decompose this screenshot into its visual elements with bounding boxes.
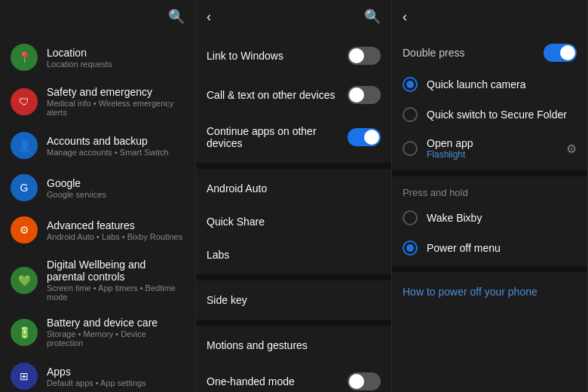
settings-panel: 🔍 📍 Location Location requests 🛡 Safety …: [0, 0, 196, 392]
settings-item-subtitle: Location requests: [47, 60, 185, 69]
gear-icon[interactable]: ⚙: [566, 142, 577, 156]
settings-item-subtitle: Storage • Memory • Device protection: [47, 329, 185, 348]
settings-icon-battery: 🔋: [11, 319, 38, 346]
toggle-call-text[interactable]: [348, 86, 381, 104]
search-icon-2[interactable]: 🔍: [364, 8, 381, 25]
radio-label-camera: Quick launch camera: [427, 78, 577, 90]
section-divider-2: [392, 170, 587, 176]
settings-item-title: Battery and device care: [47, 317, 185, 329]
radio-circle-camera[interactable]: [403, 77, 418, 92]
settings-header: 🔍: [0, 0, 195, 33]
section-divider: [196, 163, 391, 169]
radio-label-open-app: Open app: [427, 137, 566, 149]
settings-icon-safety: 🛡: [11, 88, 38, 115]
radio-circle-secure[interactable]: [403, 107, 418, 122]
settings-list: 📍 Location Location requests 🛡 Safety an…: [0, 33, 195, 392]
search-icon[interactable]: 🔍: [168, 8, 185, 25]
back-icon[interactable]: ‹: [207, 9, 211, 25]
feature-label-motions: Motions and gestures: [207, 339, 308, 351]
feature-label-android-auto: Android Auto: [207, 182, 267, 194]
feature-item-side-key[interactable]: Side key: [196, 283, 391, 317]
settings-icon-wellbeing: 💚: [11, 267, 38, 294]
sidebar-item-google[interactable]: G Google Google services: [0, 167, 195, 209]
section-divider: [196, 274, 391, 280]
settings-item-title: Google: [47, 177, 185, 189]
settings-icon-google: G: [11, 174, 38, 201]
section-divider-3: [392, 266, 587, 272]
feature-item-link-windows[interactable]: Link to Windows: [196, 36, 391, 75]
feature-item-call-text[interactable]: Call & text on other devices: [196, 75, 391, 115]
double-press-toggle[interactable]: [544, 44, 577, 62]
sidebar-item-advanced[interactable]: ⚙ Advanced features Android Auto • Labs …: [0, 209, 195, 251]
press-hold-section-title: Press and hold: [392, 179, 587, 203]
radio-circle-power-menu[interactable]: [403, 240, 418, 256]
sidebar-item-location[interactable]: 📍 Location Location requests: [0, 36, 195, 78]
radio-label-power-menu: Power off menu: [427, 242, 577, 254]
feature-label-call-text: Call & text on other devices: [207, 89, 335, 101]
settings-icon-accounts: 👤: [11, 132, 38, 159]
radio-item-open-app[interactable]: Open app Flashlight ⚙: [392, 130, 587, 167]
feature-label-continue-apps: Continue apps on other devices: [207, 125, 348, 149]
settings-item-subtitle: Google services: [47, 190, 185, 199]
link-label: How to power off your phone: [403, 286, 537, 298]
toggle-one-handed[interactable]: [348, 372, 381, 390]
settings-item-title: Location: [47, 47, 185, 59]
settings-icon-advanced: ⚙: [11, 216, 38, 243]
toggle-link-windows[interactable]: [348, 47, 381, 65]
feature-label-side-key: Side key: [207, 294, 247, 306]
sidebar-item-wellbeing[interactable]: 💚 Digital Wellbeing and parental control…: [0, 251, 195, 309]
advanced-header: ‹ 🔍: [196, 0, 391, 33]
radio-item-power-menu[interactable]: Power off menu: [392, 233, 587, 263]
settings-item-subtitle: Medical info • Wireless emergency alerts: [47, 99, 185, 117]
side-key-panel: ‹ Double press Quick launch camera Quick…: [392, 0, 588, 392]
settings-item-title: Accounts and backup: [47, 135, 185, 147]
feature-label-link-windows: Link to Windows: [207, 50, 283, 62]
double-press-label: Double press: [403, 47, 465, 59]
sidebar-item-accounts[interactable]: 👤 Accounts and backup Manage accounts • …: [0, 124, 195, 167]
settings-item-subtitle: Android Auto • Labs • Bixby Routines: [47, 232, 185, 241]
settings-item-subtitle: Screen time • App timers • Bedtime mode: [47, 283, 185, 302]
radio-label-wake-bixby: Wake Bixby: [427, 212, 577, 224]
side-key-content: Double press Quick launch camera Quick s…: [392, 33, 587, 392]
advanced-features-panel: ‹ 🔍 Link to Windows Call & text on other…: [196, 0, 392, 392]
radio-circle-wake-bixby[interactable]: [403, 210, 418, 225]
feature-item-quick-share[interactable]: Quick Share: [196, 205, 391, 238]
power-off-link[interactable]: How to power off your phone: [392, 275, 587, 308]
settings-icon-location: 📍: [11, 44, 38, 71]
feature-label-one-handed: One-handed mode: [207, 375, 295, 387]
feature-item-continue-apps[interactable]: Continue apps on other devices: [196, 115, 391, 160]
section-divider: [196, 320, 391, 326]
feature-label-quick-share: Quick Share: [207, 216, 265, 228]
radio-label-secure: Quick switch to Secure Folder: [427, 109, 577, 121]
sidebar-item-apps[interactable]: ⊞ Apps Default apps • App settings: [0, 355, 195, 392]
settings-item-subtitle: Manage accounts • Smart Switch: [47, 148, 185, 157]
side-key-header: ‹: [392, 0, 587, 33]
feature-item-labs[interactable]: Labs: [196, 238, 391, 271]
settings-item-title: Safety and emergency: [47, 86, 185, 98]
toggle-continue-apps[interactable]: [348, 128, 381, 146]
back-icon-2[interactable]: ‹: [403, 9, 407, 25]
radio-item-secure[interactable]: Quick switch to Secure Folder: [392, 100, 587, 130]
settings-item-subtitle: Default apps • App settings: [47, 378, 185, 387]
settings-item-title: Digital Wellbeing and parental controls: [47, 259, 185, 283]
radio-sublabel: Flashlight: [427, 149, 566, 160]
feature-item-motions[interactable]: Motions and gestures: [196, 329, 391, 362]
radio-item-wake-bixby[interactable]: Wake Bixby: [392, 203, 587, 233]
settings-item-title: Apps: [47, 366, 185, 378]
double-press-row: Double press: [392, 36, 587, 69]
radio-circle-open-app[interactable]: [403, 141, 418, 156]
feature-item-android-auto[interactable]: Android Auto: [196, 172, 391, 205]
settings-icon-apps: ⊞: [11, 363, 38, 390]
radio-item-camera[interactable]: Quick launch camera: [392, 69, 587, 100]
sidebar-item-battery[interactable]: 🔋 Battery and device care Storage • Memo…: [0, 309, 195, 355]
feature-item-one-handed[interactable]: One-handed mode: [196, 362, 391, 392]
feature-label-labs: Labs: [207, 249, 229, 261]
sidebar-item-safety[interactable]: 🛡 Safety and emergency Medical info • Wi…: [0, 78, 195, 124]
settings-item-title: Advanced features: [47, 219, 185, 231]
advanced-list: Link to Windows Call & text on other dev…: [196, 33, 391, 392]
